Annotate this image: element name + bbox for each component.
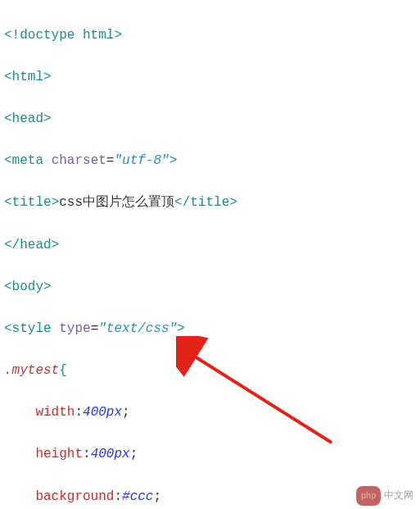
code-line-12: background:#ccc;: [4, 487, 416, 508]
code-line-2: <html>: [4, 67, 416, 89]
code-line-8: <style type="text/css">: [4, 319, 416, 340]
code-line-6: </head>: [4, 235, 416, 257]
code-line-1: <!doctype html>: [4, 25, 416, 47]
site-watermark: php 中文网: [356, 486, 413, 506]
code-line-4: <meta charset="utf-8">: [4, 151, 416, 172]
watermark-text: 中文网: [384, 488, 413, 503]
code-line-9: .mytest{: [4, 361, 416, 382]
code-line-11: height:400px;: [4, 444, 416, 466]
code-line-10: width:400px;: [4, 402, 416, 424]
code-block: <!doctype html> <html> <head> <meta char…: [4, 4, 416, 509]
code-line-3: <head>: [4, 109, 416, 130]
code-line-5: <title>css中图片怎么置顶</title>: [4, 193, 416, 214]
code-editor-view: <!doctype html> <html> <head> <meta char…: [4, 4, 416, 509]
watermark-badge: php: [356, 486, 381, 506]
code-line-7: <body>: [4, 277, 416, 298]
